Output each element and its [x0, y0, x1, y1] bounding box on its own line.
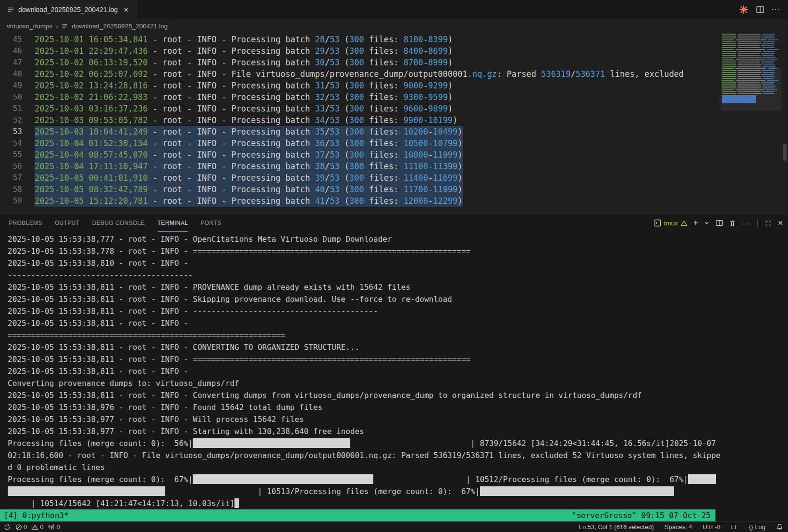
- editor-scrollbar-thumb[interactable]: [783, 144, 787, 161]
- language-label: Log: [755, 523, 765, 531]
- minimap-line: [722, 47, 781, 48]
- bottom-panel: PROBLEMS OUTPUT DEBUG CONSOLE TERMINAL P…: [0, 214, 788, 521]
- progress-bar-fill: [688, 474, 716, 484]
- editor-line[interactable]: 462025-10-01 22:29:47,436 - root - INFO …: [0, 45, 788, 57]
- line-text: 2025-10-03 09:53:05,782 - root - INFO - …: [35, 114, 457, 126]
- tab-problems[interactable]: PROBLEMS: [9, 214, 42, 232]
- language-mode[interactable]: {} Log: [749, 523, 765, 531]
- terminal-line: 2025-10-05 15:53:38,811 - root - INFO - …: [0, 353, 788, 365]
- terminal-line: d 0 problematic lines: [0, 461, 788, 473]
- terminal-line: | 10513/Processing files (merge count: 0…: [0, 485, 788, 497]
- terminal-line: | 10514/15642 [41:21:47<14:17:13, 10.03s…: [0, 497, 788, 509]
- editor-line[interactable]: 532025-10-03 18:04:41,249 - root - INFO …: [0, 126, 788, 137]
- minimap-line: [722, 61, 781, 62]
- sync-icon[interactable]: [4, 524, 11, 531]
- error-count: 0: [24, 523, 27, 531]
- editor-line[interactable]: 492025-10-02 13:24:28,816 - root - INFO …: [0, 80, 788, 91]
- editor-line[interactable]: 502025-10-02 21:06:22,983 - root - INFO …: [0, 91, 788, 103]
- minimap[interactable]: [722, 34, 781, 214]
- terminal-instance-tmux[interactable]: tmux: [653, 219, 687, 227]
- panel-more-actions-icon[interactable]: ···: [742, 219, 751, 227]
- editor-line[interactable]: 472025-10-02 06:13:19,520 - root - INFO …: [0, 57, 788, 68]
- log-file-icon: [7, 6, 14, 13]
- editor-line[interactable]: 562025-10-04 17:11:10,947 - root - INFO …: [0, 161, 788, 172]
- line-number: 46: [0, 45, 22, 57]
- terminal-line: 2025-10-05 15:53:38,811 - root - INFO - …: [0, 305, 788, 317]
- terminal-line: 2025-10-05 15:53:38,810 - root - INFO -: [0, 257, 788, 269]
- editor-line[interactable]: 542025-10-04 01:52:30,154 - root - INFO …: [0, 137, 788, 149]
- breadcrumb: virtuoso_dumps › download_20250925_20042…: [0, 19, 788, 33]
- close-panel-icon[interactable]: ✕: [777, 219, 783, 227]
- line-text: 2025-10-02 21:06:22,983 - root - INFO - …: [35, 91, 453, 103]
- editor-line[interactable]: 452025-10-01 16:05:34,841 - root - INFO …: [0, 34, 788, 45]
- tab-ports[interactable]: PORTS: [200, 214, 221, 232]
- terminal-output[interactable]: 2025-10-05 15:53:38,777 - root - INFO - …: [0, 232, 788, 521]
- line-text: 2025-10-02 13:24:28,816 - root - INFO - …: [35, 80, 453, 91]
- editor-line[interactable]: 482025-10-02 06:25:07,692 - root - INFO …: [0, 68, 788, 80]
- breadcrumb-folder[interactable]: virtuoso_dumps: [7, 23, 52, 30]
- breadcrumb-file[interactable]: download_20250925_200421.log: [72, 23, 168, 30]
- editor-line[interactable]: 512025-10-03 03:16:37,236 - root - INFO …: [0, 103, 788, 114]
- terminal-line: 2025-10-05 15:53:38,976 - root - INFO - …: [0, 401, 788, 413]
- tab-title: download_20250925_200421.log: [18, 6, 118, 13]
- kill-terminal-icon[interactable]: [729, 220, 736, 227]
- terminal-line: 02:18:16,600 - root - INFO - File virtuo…: [0, 449, 788, 461]
- new-terminal-button[interactable]: +: [693, 218, 699, 228]
- editor-line[interactable]: 592025-10-05 15:12:20,781 - root - INFO …: [0, 195, 788, 207]
- tab-output[interactable]: OUTPUT: [55, 214, 80, 232]
- tab-terminal[interactable]: TERMINAL: [158, 214, 188, 232]
- notifications-bell-icon[interactable]: [776, 523, 783, 531]
- line-number: 50: [0, 91, 22, 103]
- tmux-session-windows[interactable]: [4] 0:python3*: [4, 509, 69, 521]
- encoding[interactable]: UTF-8: [703, 523, 721, 531]
- terminal-line: 2025-10-05 15:53:38,778 - root - INFO - …: [0, 245, 788, 257]
- maximize-panel-icon[interactable]: [764, 220, 772, 227]
- radio-tower-icon: [48, 524, 55, 531]
- indentation[interactable]: Spaces: 4: [665, 523, 692, 531]
- status-left: 0 0 0: [4, 523, 60, 531]
- editor-line[interactable]: 582025-10-05 08:32:42,789 - root - INFO …: [0, 184, 788, 195]
- split-terminal-icon[interactable]: [715, 219, 723, 227]
- line-text: 2025-10-05 15:12:20,781 - root - INFO - …: [35, 195, 463, 207]
- editor-more-actions-icon[interactable]: ···: [771, 5, 780, 14]
- line-number: 55: [0, 149, 22, 161]
- minimap-line: [722, 59, 781, 60]
- terminal-icon: [653, 219, 661, 227]
- progress-bar-fill: [193, 438, 350, 448]
- minimap-line: [722, 45, 781, 46]
- split-editor-icon[interactable]: [756, 5, 764, 14]
- terminal-line: Processing files (merge count: 0): 67%||…: [0, 473, 788, 485]
- minimap-slider[interactable]: [721, 67, 781, 111]
- tab-log-file[interactable]: download_20250925_200421.log ✕: [0, 0, 137, 19]
- terminal-line: 2025-10-05 15:53:38,811 - root - INFO -: [0, 365, 788, 377]
- minimap-line: [722, 57, 781, 58]
- line-text: 2025-10-02 06:25:07,692 - root - INFO - …: [35, 68, 684, 80]
- tab-debug-console[interactable]: DEBUG CONSOLE: [92, 214, 145, 232]
- line-number: 52: [0, 114, 22, 126]
- chevron-down-icon[interactable]: [704, 220, 710, 226]
- eol-sequence[interactable]: LF: [731, 523, 738, 531]
- terminal-line: Converting provenance dumps to: virtuoso…: [0, 377, 788, 389]
- claude-extension-icon[interactable]: [739, 4, 749, 15]
- line-number: 56: [0, 161, 22, 172]
- line-number: 49: [0, 80, 22, 91]
- problems-errors[interactable]: 0: [15, 523, 27, 531]
- line-text: 2025-10-03 18:04:41,249 - root - INFO - …: [35, 126, 463, 137]
- cursor-position[interactable]: Ln 53, Col 1 (616 selected): [579, 523, 654, 531]
- terminal-line: 2025-10-05 15:53:38,811 - root - INFO - …: [0, 293, 788, 305]
- editor-line[interactable]: 522025-10-03 09:53:05,782 - root - INFO …: [0, 114, 788, 126]
- line-text: 2025-10-01 22:29:47,436 - root - INFO - …: [35, 45, 453, 57]
- terminal-line: 2025-10-05 15:53:38,811 - root - INFO -: [0, 317, 788, 329]
- editor-line[interactable]: 552025-10-04 08:57:45,070 - root - INFO …: [0, 149, 788, 161]
- tab-close-icon[interactable]: ✕: [122, 5, 131, 14]
- tab-strip-empty: [137, 0, 739, 19]
- vscode-window: download_20250925_200421.log ✕ ··· virtu…: [0, 0, 788, 532]
- editor-line[interactable]: 572025-10-05 00:41:01,910 - root - INFO …: [0, 172, 788, 184]
- line-number: 54: [0, 137, 22, 149]
- ports-indicator[interactable]: 0: [48, 523, 60, 531]
- minimap-line: [722, 55, 781, 56]
- editor-lines[interactable]: 452025-10-01 16:05:34,841 - root - INFO …: [0, 33, 788, 207]
- line-text: 2025-10-05 00:41:01,910 - root - INFO - …: [35, 172, 463, 184]
- problems-warnings[interactable]: 0: [32, 523, 43, 531]
- line-number: 51: [0, 103, 22, 114]
